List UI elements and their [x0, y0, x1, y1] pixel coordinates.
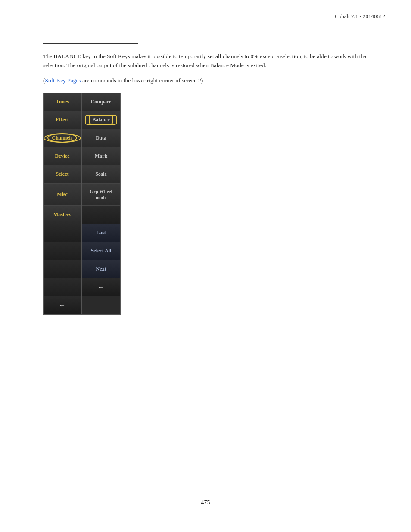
btn-grpwheel[interactable]: Grp Wheelmode: [82, 184, 120, 206]
btn-balance[interactable]: Balance: [82, 111, 120, 129]
masters-label: Masters: [53, 212, 71, 218]
compare-label: Compare: [91, 99, 112, 105]
btn-effect[interactable]: Effect: [44, 111, 81, 129]
col-left: Times Effect Channels Device Select Misc…: [44, 93, 82, 314]
next-label: Next: [96, 266, 106, 272]
note-suffix: are commands in the lower right corner o…: [81, 77, 203, 84]
mark-label: Mark: [95, 153, 107, 159]
btn-scale[interactable]: Scale: [82, 165, 120, 184]
soft-key-note: (Soft Key Pages are commands in the lowe…: [43, 77, 377, 84]
grpwheel-label: Grp Wheelmode: [90, 188, 112, 201]
header-title: Cobalt 7.1 - 20140612: [335, 13, 385, 19]
btn-last[interactable]: Last: [82, 224, 120, 242]
btn-misc[interactable]: Misc: [44, 184, 81, 206]
scale-label: Scale: [95, 171, 107, 177]
select-label: Select: [56, 171, 69, 177]
col-right: Compare Balance Data Mark Scale Grp Whee…: [82, 93, 120, 314]
section-divider: [43, 43, 138, 44]
description-text: The BALANCE key in the Soft Keys makes i…: [43, 52, 371, 70]
misc-label: Misc: [57, 191, 68, 198]
btn-device[interactable]: Device: [44, 147, 81, 165]
channels-label: Channels: [44, 134, 81, 143]
device-label: Device: [55, 153, 70, 159]
btn-back-left[interactable]: ←: [44, 296, 81, 314]
page-content: The BALANCE key in the Soft Keys makes i…: [43, 43, 377, 315]
btn-channels[interactable]: Channels: [44, 129, 81, 147]
back-left-icon: ←: [59, 302, 66, 309]
soft-key-pages-link[interactable]: Soft Key Pages: [45, 77, 81, 84]
times-label: Times: [56, 99, 69, 105]
btn-empty-l4: [44, 278, 81, 296]
btn-empty-l3: [44, 260, 81, 278]
page-number: 475: [201, 499, 210, 506]
description-paragraph: The BALANCE key in the Soft Keys makes i…: [43, 53, 368, 68]
note-link-text: Soft Key Pages: [45, 77, 81, 84]
soft-key-panel: Times Effect Channels Device Select Misc…: [43, 93, 121, 315]
btn-mark[interactable]: Mark: [82, 147, 120, 165]
balance-label: Balance: [85, 115, 117, 125]
btn-back-right[interactable]: ←: [82, 278, 120, 296]
btn-empty-r1: [82, 206, 120, 224]
btn-data[interactable]: Data: [82, 129, 120, 147]
btn-masters[interactable]: Masters: [44, 206, 81, 224]
btn-selectall[interactable]: Select All: [82, 242, 120, 260]
btn-compare[interactable]: Compare: [82, 93, 120, 111]
back-right-icon: ←: [98, 283, 105, 291]
effect-label: Effect: [56, 117, 69, 123]
btn-times[interactable]: Times: [44, 93, 81, 111]
page-header: Cobalt 7.1 - 20140612: [335, 13, 385, 20]
btn-select[interactable]: Select: [44, 165, 81, 184]
selectall-label: Select All: [91, 248, 112, 254]
page-number-text: 475: [201, 499, 210, 506]
last-label: Last: [96, 230, 106, 236]
btn-empty-l1: [44, 224, 81, 242]
btn-empty-l2: [44, 242, 81, 260]
btn-next[interactable]: Next: [82, 260, 120, 278]
data-label: Data: [96, 135, 106, 141]
